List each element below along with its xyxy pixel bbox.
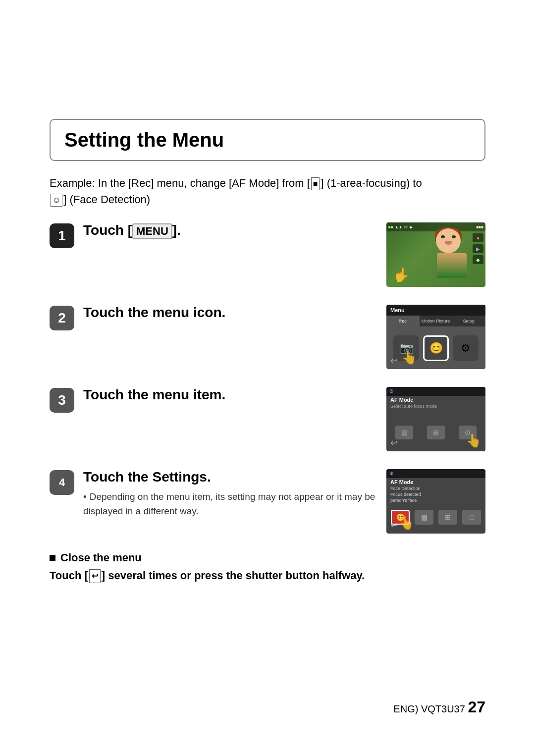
- step2-touch-hand: 👆: [401, 350, 417, 365]
- page-container: Setting the Menu Example: In the [Rec] m…: [0, 0, 535, 756]
- step-2-text: Touch the menu icon.: [83, 305, 225, 324]
- example-icon1: ■: [311, 177, 320, 190]
- screen2-menubar: Menu: [386, 305, 485, 316]
- example-text-part3: ] (Face Detection): [63, 193, 150, 206]
- screen1-icons-right: ● ▶ ◆: [473, 233, 483, 264]
- section-title: Setting the Menu: [64, 129, 224, 151]
- screen2-tabs: Rec Motion Picture Setup: [386, 316, 485, 326]
- close-menu-title: Close the menu: [50, 551, 485, 564]
- screen3-title: AF Mode: [390, 397, 482, 403]
- example-icon2: ☺: [51, 194, 62, 207]
- step-3-image: ③ AF Mode Select auto focus mode ▤ ⊞ ⊙ ↩: [386, 387, 485, 451]
- screen4-sub3: person's face: [390, 498, 417, 503]
- step-1-left: 1 Touch [MENU].: [50, 222, 376, 248]
- step-4-text: Touch the Settings. •Depending on the me…: [83, 469, 376, 518]
- screen4-title: AF Mode: [390, 479, 413, 485]
- section-title-box: Setting the Menu: [50, 119, 485, 161]
- screen1-face: [436, 228, 461, 253]
- close-menu-desc: Touch [↩] several times or press the shu…: [50, 567, 485, 584]
- screen2-tab-motion: Motion Picture: [420, 316, 453, 326]
- step-4-title: Touch the Settings.: [83, 469, 376, 485]
- screen3-subtitle: Select auto focus mode: [390, 404, 482, 409]
- screen1-topbar: ■■ ▲▲ dh ▶ ■■■: [386, 222, 485, 231]
- black-square-icon: [50, 555, 55, 561]
- step3-touch-hand: 👆: [466, 433, 482, 448]
- example-text: Example: In the [Rec] menu, change [AF M…: [50, 175, 485, 208]
- step-3-number: 3: [50, 388, 74, 413]
- step-2-left: 2 Touch the menu icon.: [50, 305, 376, 330]
- screen4-subtitle: Face Detection: [390, 486, 421, 491]
- screen2-tab-rec: Rec: [386, 316, 420, 326]
- step-2-screen: Menu Rec Motion Picture Setup 📷: [386, 305, 485, 369]
- step-4-image: ③ AF Mode Face Detection Focus detected …: [386, 469, 485, 534]
- step-4-screen: ③ AF Mode Face Detection Focus detected …: [386, 469, 485, 534]
- step-3-left: 3 Touch the menu item.: [50, 387, 376, 413]
- step-4-row: 4 Touch the Settings. •Depending on the …: [50, 469, 485, 534]
- step-2-row: 2 Touch the menu icon. Menu Rec Motion P…: [50, 305, 485, 369]
- step-1-number: 1: [50, 223, 74, 248]
- af4-option-grid: ⊞: [438, 510, 457, 525]
- step-1-screen: ■■ ▲▲ dh ▶ ■■■ ● ▶ ◆: [386, 222, 485, 287]
- step-2-title: Touch the menu icon.: [83, 305, 225, 321]
- step-3-row: 3 Touch the menu item. ③ AF Mode Select …: [50, 387, 485, 451]
- step-4-number: 4: [50, 470, 74, 495]
- step4-touch-hand: 👆: [398, 515, 414, 531]
- screen4-sub2: Focus detected: [390, 492, 421, 497]
- screen4-topbar: ③: [386, 469, 485, 478]
- step-4-left: 4 Touch the Settings. •Depending on the …: [50, 469, 376, 518]
- back-icon: ↩: [89, 569, 101, 583]
- step-3-screen: ③ AF Mode Select auto focus mode ▤ ⊞ ⊙ ↩: [386, 387, 485, 451]
- step-1-text: Touch [MENU].: [83, 222, 181, 242]
- screen2-back-arrow: ↩: [390, 355, 398, 366]
- step-2-image: Menu Rec Motion Picture Setup 📷: [386, 305, 485, 369]
- page-footer: ENG) VQT3U37 27: [393, 698, 485, 716]
- screen1-body: [437, 253, 467, 278]
- page-number: 27: [468, 698, 485, 716]
- step-1-title: Touch [MENU].: [83, 222, 181, 239]
- step-3-title: Touch the menu item.: [83, 387, 225, 403]
- menu-icon-face: 😊: [423, 335, 449, 361]
- close-menu-section: Close the menu Touch [↩] several times o…: [50, 551, 485, 584]
- step-4-note: •Depending on the menu item, its setting…: [83, 490, 376, 518]
- example-text-part1: Example: In the [Rec] menu, change [AF M…: [50, 177, 310, 189]
- screen1-icon1: ●: [473, 233, 483, 242]
- af-option-grid: ⊞: [427, 426, 445, 439]
- af4-option-bar: ▤: [415, 510, 433, 525]
- step-3-text: Touch the menu item.: [83, 387, 225, 406]
- af-option-bar: ▤: [395, 426, 413, 439]
- step-2-number: 2: [50, 306, 74, 330]
- screen3-back-arrow: ↩: [390, 437, 398, 448]
- step1-touch-hand: 👆: [392, 267, 410, 283]
- example-text-part2: ] (1-area-focusing) to: [321, 177, 422, 189]
- screen4-back-arrow: ↩: [390, 520, 398, 531]
- step-1-row: 1 Touch [MENU]. ■■ ▲▲ dh ▶ ■■■: [50, 222, 485, 287]
- screen1-icon2: ▶: [473, 244, 483, 253]
- screen3-topbar: ③: [386, 387, 485, 396]
- screen1-icon3: ◆: [473, 255, 483, 264]
- step-1-image: ■■ ▲▲ dh ▶ ■■■ ● ▶ ◆: [386, 222, 485, 287]
- menu-icon-settings: ⚙: [453, 335, 479, 361]
- af4-option-square: □: [462, 510, 481, 525]
- screen2-tab-setup: Setup: [452, 316, 485, 326]
